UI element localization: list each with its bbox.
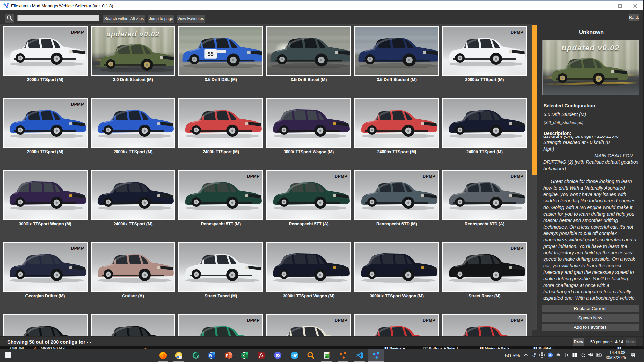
svg-text:W: W xyxy=(209,354,212,358)
svg-text:G: G xyxy=(549,353,551,357)
svg-text:X: X xyxy=(242,354,245,358)
svg-text:55: 55 xyxy=(208,51,214,57)
svg-text:P: P xyxy=(226,354,228,358)
